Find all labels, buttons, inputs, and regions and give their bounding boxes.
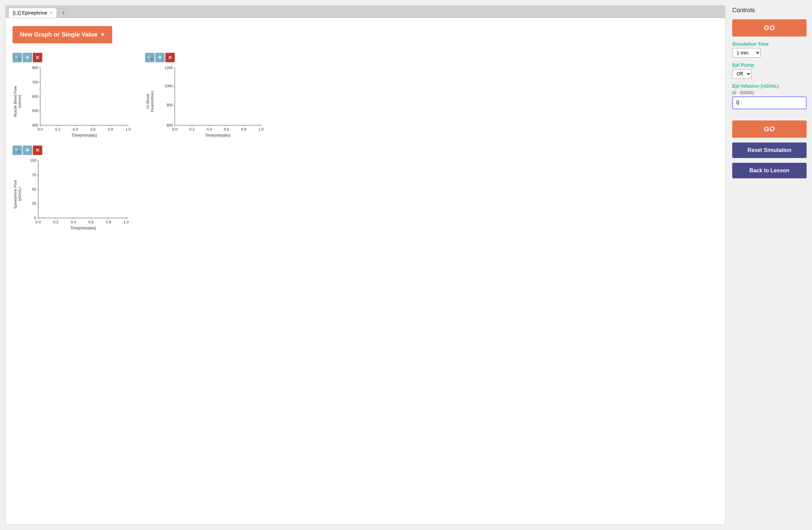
new-graph-button[interactable]: New Graph or Single Value +	[13, 26, 112, 43]
move-button-1[interactable]: ✛	[23, 53, 32, 62]
zoom-button-2[interactable]: 🔍	[145, 53, 155, 62]
graph-svg-wrap-3: Epinephrine Pool(pG/mL) 100 75 50 25	[13, 157, 131, 232]
go-button-bottom[interactable]: GO	[732, 121, 807, 138]
svg-text:0.8: 0.8	[241, 127, 246, 131]
svg-text:600: 600	[32, 95, 38, 98]
svg-text:0.8: 0.8	[108, 127, 113, 131]
graph-svg-wrap-1: Muscle Blood Flow(ml/min) 800 700 600	[13, 64, 131, 139]
svg-text:Time(minutes): Time(minutes)	[71, 133, 97, 138]
zoom-button-1[interactable]: 🔍	[13, 53, 22, 62]
graph-epinephrine-pool: 🔍 ✛ ✕ Epinephrine Pool(pG/mL) 100 75	[13, 145, 131, 232]
svg-text:0.6: 0.6	[91, 127, 96, 131]
svg-text:700: 700	[32, 80, 38, 84]
graph-svg-2: 1200 1000 800 600 0.0 0.2	[156, 64, 264, 139]
svg-text:0.0: 0.0	[38, 127, 43, 131]
epi-infusion-label: Epi Infusion (nG/mL)	[732, 83, 807, 89]
move-button-2[interactable]: ✛	[155, 53, 165, 62]
svg-text:400: 400	[32, 123, 38, 127]
close-button-1[interactable]: ✕	[33, 53, 42, 62]
graph-muscle-blood-flow: 🔍 ✛ ✕ Muscle Blood Flow(ml/min) 800	[13, 53, 131, 139]
svg-text:0.0: 0.0	[36, 220, 41, 224]
svg-text:1000: 1000	[164, 84, 172, 88]
svg-text:800: 800	[32, 66, 38, 70]
svg-text:50: 50	[32, 187, 36, 191]
graph-toolbar-1: 🔍 ✛ ✕	[13, 53, 131, 62]
svg-text:0.6: 0.6	[224, 127, 229, 131]
epi-pump-select[interactable]: Off On	[732, 69, 752, 79]
new-tab-button[interactable]: +	[58, 8, 69, 18]
new-graph-plus-icon: +	[101, 31, 105, 39]
simulation-time-label: Simulation Time	[732, 41, 807, 47]
svg-text:600: 600	[166, 123, 172, 127]
close-button-3[interactable]: ✕	[33, 145, 42, 155]
svg-text:800: 800	[166, 103, 172, 107]
tab-bar: [L1] Epinephrine × +	[6, 6, 725, 18]
zoom-button-3[interactable]: 🔍	[13, 145, 22, 155]
svg-text:0.4: 0.4	[71, 220, 76, 224]
graphs-row-2: 🔍 ✛ ✕ Epinephrine Pool(pG/mL) 100 75	[13, 145, 719, 232]
graph-gi-blood-flow: 🔍 ✛ ✕ GI BloodFlow(ml/min) 1200	[145, 53, 264, 139]
graph-svg-wrap-2: GI BloodFlow(ml/min) 1200 1000 800	[145, 64, 264, 139]
svg-text:25: 25	[32, 201, 36, 206]
y-label-1: Muscle Blood Flow(ml/min)	[13, 64, 22, 139]
svg-text:100: 100	[30, 158, 36, 163]
graph-toolbar-2: 🔍 ✛ ✕	[145, 53, 264, 62]
svg-text:75: 75	[32, 173, 36, 177]
y-label-2: GI BloodFlow(ml/min)	[145, 64, 155, 139]
graph-svg-3: 100 75 50 25 0 0.0 0.2	[23, 157, 131, 232]
graphs-grid: 🔍 ✛ ✕ Muscle Blood Flow(ml/min) 800	[13, 53, 719, 232]
svg-text:0: 0	[34, 216, 36, 220]
svg-text:0.4: 0.4	[206, 127, 212, 131]
svg-text:0.0: 0.0	[172, 127, 177, 131]
simulation-time-control: Simulation Time 1 min. 2 min. 5 min. 10 …	[732, 41, 807, 57]
reset-simulation-button[interactable]: Reset Simulation	[732, 142, 807, 158]
epi-infusion-range: (0 - 50000)	[732, 90, 807, 95]
new-graph-label: New Graph or Single Value	[20, 31, 97, 38]
main-panel: [L1] Epinephrine × + New Graph or Single…	[5, 5, 725, 525]
content-area: New Graph or Single Value + 🔍 ✛ ✕ Muscle…	[6, 18, 725, 524]
controls-divider	[732, 115, 807, 115]
svg-text:0.4: 0.4	[73, 127, 78, 131]
simulation-time-select[interactable]: 1 min. 2 min. 5 min. 10 min.	[732, 48, 760, 57]
epi-pump-control: Epi Pump Off On	[732, 62, 807, 79]
tab-close-icon[interactable]: ×	[50, 11, 53, 15]
svg-text:1.0: 1.0	[124, 220, 129, 224]
close-button-2[interactable]: ✕	[165, 53, 175, 62]
svg-text:0.6: 0.6	[89, 220, 93, 224]
svg-text:1.0: 1.0	[258, 127, 263, 131]
graphs-row-1: 🔍 ✛ ✕ Muscle Blood Flow(ml/min) 800	[13, 53, 719, 139]
graph-svg-1: 800 700 600 500 400 0.0 0.	[23, 64, 131, 139]
tab-label: [L1] Epinephrine	[13, 10, 47, 16]
svg-text:0.2: 0.2	[189, 127, 194, 131]
back-to-lesson-button[interactable]: Back to Lesson	[732, 163, 807, 178]
svg-text:0.2: 0.2	[54, 220, 58, 224]
svg-text:Time(minutes): Time(minutes)	[205, 133, 231, 138]
graph-toolbar-3: 🔍 ✛ ✕	[13, 145, 131, 155]
y-label-3: Epinephrine Pool(pG/mL)	[13, 157, 22, 232]
svg-text:0.2: 0.2	[55, 127, 60, 131]
move-button-3[interactable]: ✛	[23, 145, 32, 155]
svg-text:0.8: 0.8	[106, 220, 111, 224]
epi-infusion-input[interactable]	[732, 96, 807, 109]
epi-infusion-control: Epi Infusion (nG/mL) (0 - 50000)	[732, 83, 807, 109]
svg-text:Time(minutes): Time(minutes)	[70, 226, 96, 231]
svg-text:500: 500	[32, 109, 38, 113]
controls-title: Controls	[732, 7, 807, 14]
epi-pump-label: Epi Pump	[732, 62, 807, 68]
go-button-top[interactable]: GO	[732, 19, 807, 37]
svg-text:1200: 1200	[164, 66, 172, 70]
svg-text:1.0: 1.0	[126, 127, 131, 131]
controls-panel: Controls GO Simulation Time 1 min. 2 min…	[732, 5, 807, 525]
tab-epinephrine[interactable]: [L1] Epinephrine ×	[9, 8, 57, 18]
